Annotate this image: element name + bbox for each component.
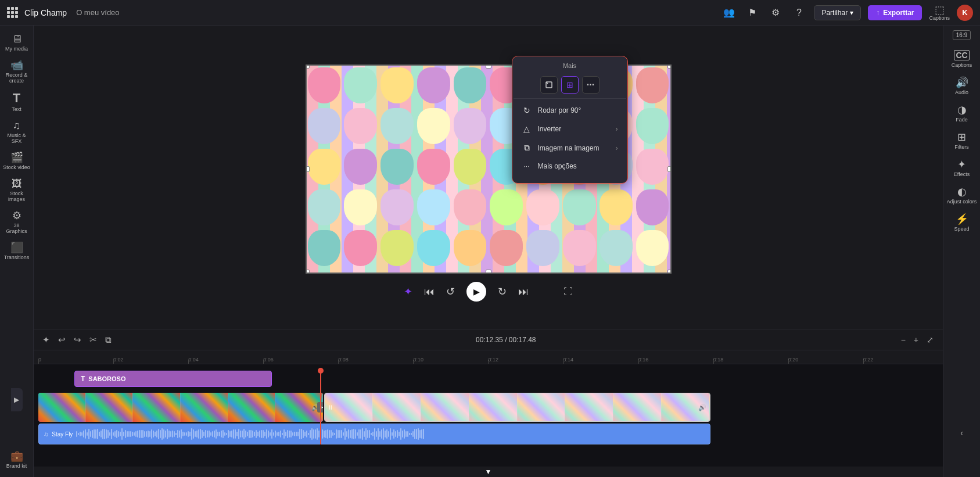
sidebar-item-transitions[interactable]: ⬛ Transitions [2,239,32,264]
play-button[interactable]: ▶ [466,282,486,302]
sidebar-item-stock-images[interactable]: 🖼 Stock images [2,175,32,206]
skip-forward-button[interactable]: ⏭ [518,286,529,298]
sidebar-item-my-media[interactable]: 🖥 My media [2,30,32,55]
sidebar-item-graphics[interactable]: ⚙ 38 Graphics [2,207,32,238]
text-clip[interactable]: T SABOROSO [74,371,272,387]
video-clip-1[interactable]: ✂ 🔊 [38,393,323,422]
ruler-marks: 0 0:02 0:04 0:06 0:08 0:10 0:12 0:14 0:1… [34,357,943,363]
waveform-bar [259,431,260,437]
flag-icon-btn[interactable]: ⚑ [744,5,760,21]
context-menu-container: Mais ⊞ ··· ↻ [512,56,628,184]
rs-collapse-btn[interactable]: ‹ [960,428,963,437]
waveform-bar [348,429,349,439]
ctx-more-options-item[interactable]: ··· Mais opções [514,157,626,175]
help-icon-btn[interactable]: ? [791,5,807,21]
share-button[interactable]: Partilhar ▾ [814,5,861,20]
waveform-bar [344,428,346,440]
resize-handle-ml[interactable] [306,166,310,172]
ruler-mark-4: 0:08 [338,357,413,363]
rs-fade-icon: ◑ [957,105,967,115]
resize-handle-bl[interactable] [306,270,310,274]
waveform-bar [329,430,330,437]
magic-button[interactable]: ✦ [404,285,412,298]
waveform-bar [203,432,204,436]
skip-back-button[interactable]: ⏮ [424,286,435,298]
waveform-bar [158,429,159,439]
sidebar-item-music-sfx[interactable]: ♫ Music & SFX [2,117,32,148]
clip-frame-macaron-2 [373,393,421,421]
captions-button[interactable]: ⬚ Captions [929,5,950,21]
rs-filters[interactable]: ⊞ Filters [945,128,979,154]
clip-frame-cereal-4 [181,393,228,422]
timeline-copy-btn[interactable]: ⧉ [103,333,113,347]
user-avatar[interactable]: K [957,5,973,21]
resize-handle-tc[interactable] [486,64,491,69]
timeline-bottom-arrow[interactable]: ▼ [34,467,943,477]
my-media-icon: 🖥 [12,34,22,44]
export-button[interactable]: ↑ Exporttar [868,5,922,20]
timeline-redo-btn[interactable]: ↪ [72,333,83,347]
resize-handle-br[interactable] [667,270,672,274]
zoom-in-btn[interactable]: + [911,334,921,346]
share-chevron-icon: ▾ [850,9,853,17]
timeline-cut-btn[interactable]: ✂ [88,333,99,347]
rs-captions[interactable]: CC Captions [945,46,979,72]
rs-speed[interactable]: ⚡ Speed [945,210,979,236]
share-label: Partilhar [821,9,848,17]
waveform-bar [405,431,407,436]
sidebar-item-label: Stock video [3,164,30,170]
forward-button[interactable]: ↻ [498,285,507,298]
ruler-mark-1: 0:02 [113,357,188,363]
rs-effects[interactable]: ✦ Effects [945,155,979,181]
rotate-label: Rodar por 90° [538,106,581,114]
sidebar-item-label: 38 Graphics [3,223,31,234]
resize-handle-bc[interactable] [486,270,491,274]
audio-clip[interactable]: ♫ Stay Fly [38,424,710,444]
ctx-pip-item[interactable]: ⧉ Imagem na imagem › [514,138,626,157]
waveform-bar [144,431,145,436]
video-title[interactable]: O meu vídeo [76,8,119,17]
rs-audio[interactable]: 🔊 Audio [945,73,979,99]
waveform-bar [252,431,253,437]
ctx-rotate-item[interactable]: ↻ Rodar por 90° [514,101,626,120]
timeline-magic-btn[interactable]: ✦ [41,333,52,347]
rs-adjust-colors[interactable]: ◐ Adjust colors [945,182,979,209]
waveform-bar [153,431,154,437]
waveform-bar [327,429,328,438]
resize-handle-tr[interactable] [667,64,672,69]
clip-frame-macaron-6 [565,393,613,421]
ctx-more-btn[interactable]: ··· [582,76,600,94]
people-icon-btn[interactable]: 👥 [721,5,737,21]
video-clip-2[interactable]: ⏸ 🔊 [324,393,710,422]
zoom-out-btn[interactable]: − [899,334,908,346]
rs-fade[interactable]: ◑ Fade [945,101,979,127]
sidebar-item-text[interactable]: T Text [2,88,32,116]
ratio-box[interactable]: 16:9 [953,30,971,40]
ctx-flip-item[interactable]: △ Inverter › [514,120,626,138]
left-sidebar: 🖥 My media 📹 Record & create T Text ♫ Mu… [0,26,34,477]
waveform-bar [233,429,234,438]
rewind-button[interactable]: ↺ [446,285,455,298]
app-grid-icon[interactable] [7,7,19,19]
waveform-bar [308,433,309,436]
waveform-bar [228,430,229,439]
timeline-ruler: 0 0:02 0:04 0:06 0:08 0:10 0:12 0:14 0:1… [34,350,943,364]
waveform-bar [306,431,307,437]
fullscreen-button[interactable]: ⛶ [563,286,573,297]
ctx-crop-btn[interactable] [540,76,558,94]
waveform-bar [214,431,215,438]
resize-handle-tl[interactable] [306,64,310,69]
sidebar-expand-btn[interactable]: ▶ [11,388,23,411]
timeline-undo-btn[interactable]: ↩ [56,333,67,347]
waveform-bar [353,429,354,440]
zoom-fit-btn[interactable]: ⤢ [924,334,936,346]
sidebar-item-record-create[interactable]: 📹 Record & create [2,56,32,87]
settings-icon-btn[interactable]: ⚙ [767,5,784,21]
waveform-bar [256,430,257,438]
resize-handle-mr[interactable] [667,166,672,172]
waveform-bar [245,431,246,437]
ctx-layout-btn[interactable]: ⊞ [561,76,579,94]
sidebar-item-stock-video[interactable]: 🎬 Stock video [2,149,32,174]
waveform-bar [104,429,105,439]
sidebar-item-brand-kit[interactable]: 💼 Brand kit [2,447,32,472]
